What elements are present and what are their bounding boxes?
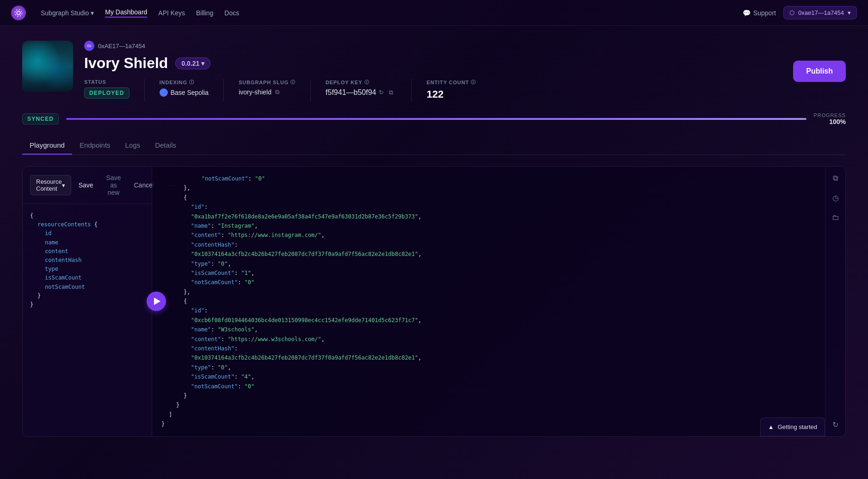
deploy-key-value-row: f5f941—b50f94 ↻ ⧉: [326, 88, 396, 97]
copy-slug-icon[interactable]: ⧉: [275, 88, 283, 96]
slug-label: SUBGRAPH SLUG ⓘ: [239, 79, 295, 86]
nav-docs[interactable]: Docs: [224, 9, 239, 17]
progress-label: PROGRESS 100%: [814, 112, 846, 125]
subgraph-info: 0x 0xAE17—1a7454 Ivory Shield 0.0.21 ▾ S…: [84, 41, 782, 101]
info-icon-2: ⓘ: [290, 79, 295, 86]
folder-icon[interactable]: 🗀: [832, 213, 839, 222]
indexing-item: INDEXING ⓘ Base Sepolia: [160, 79, 209, 97]
getting-started-chevron-icon: ▲: [768, 423, 774, 430]
progress-bar-fill: [66, 118, 806, 120]
page-title: Ivory Shield: [84, 55, 168, 72]
right-panel: "notScamCount": "0" }, { "id": "0xa1baf7…: [152, 167, 845, 436]
subgraph-header: 0x 0xAE17—1a7454 Ivory Shield 0.0.21 ▾ S…: [22, 41, 846, 101]
nav-api-keys[interactable]: API Keys: [158, 9, 185, 17]
side-icons-panel: ⧉ ◷ 🗀 ↻: [825, 167, 845, 436]
playground-area: Resource Content ▾ Save Save as new Canc…: [22, 166, 846, 437]
dropdown-chevron-icon: ▾: [62, 182, 65, 189]
status-label: STATUS: [84, 79, 129, 85]
progress-section: SYNCED PROGRESS 100%: [22, 112, 846, 125]
result-content[interactable]: "notScamCount": "0" }, { "id": "0xa1baf7…: [152, 167, 845, 436]
progress-bar: [66, 118, 806, 120]
slug-value: ivory-shield ⧉: [239, 88, 295, 96]
save-button[interactable]: Save: [75, 180, 97, 191]
nav-links: Subgraph Studio ▾ My Dashboard API Keys …: [41, 8, 239, 18]
entity-count-value: 122: [426, 88, 476, 100]
navbar: Subgraph Studio ▾ My Dashboard API Keys …: [0, 0, 868, 26]
copy-icon[interactable]: ⧉: [833, 174, 838, 182]
meta-divider-4: [411, 79, 412, 101]
synced-badge: SYNCED: [22, 113, 59, 124]
nav-subgraph-studio[interactable]: Subgraph Studio ▾: [41, 9, 94, 17]
resource-content-dropdown[interactable]: Resource Content ▾: [30, 175, 71, 195]
subgraph-image-visual: [22, 41, 73, 92]
info-icon-4: ⓘ: [471, 79, 476, 86]
svg-point-0: [17, 11, 20, 15]
nav-billing[interactable]: Billing: [196, 9, 213, 17]
meta-divider-3: [310, 79, 311, 101]
tab-details[interactable]: Details: [148, 137, 184, 155]
nav-left: Subgraph Studio ▾ My Dashboard API Keys …: [11, 6, 239, 20]
save-as-new-button[interactable]: Save as new: [103, 172, 125, 198]
query-editor[interactable]: { resourceContents { id name content con…: [23, 204, 152, 436]
network-badge: Base Sepolia: [160, 88, 209, 97]
slug-item: SUBGRAPH SLUG ⓘ ivory-shield ⧉: [239, 79, 295, 96]
support-icon: 💬: [743, 9, 751, 17]
subgraph-owner: 0x 0xAE17—1a7454: [84, 41, 782, 51]
version-selector[interactable]: 0.0.21 ▾: [175, 57, 210, 69]
nav-my-dashboard[interactable]: My Dashboard: [105, 8, 147, 18]
svg-point-1: [15, 9, 22, 16]
refresh-deploy-key-icon[interactable]: ↻: [379, 89, 386, 96]
entity-count-label: ENTITY COUNT ⓘ: [426, 79, 476, 86]
status-item: STATUS DEPLOYED: [84, 79, 129, 99]
wallet-icon: ⬡: [789, 9, 794, 16]
deploy-key-label: DEPLOY KEY ⓘ: [326, 79, 396, 86]
nav-right: 💬 Support ⬡ 0xae17—1a7454 ▾: [743, 6, 857, 19]
play-button[interactable]: [147, 292, 166, 311]
support-button[interactable]: 💬 Support: [743, 9, 776, 17]
copy-deploy-key-icon[interactable]: ⧉: [389, 89, 396, 96]
meta-divider-1: [144, 79, 145, 101]
wallet-button[interactable]: ⬡ 0xae17—1a7454 ▾: [783, 6, 857, 19]
tab-endpoints[interactable]: Endpoints: [72, 137, 118, 155]
info-icon: ⓘ: [189, 79, 194, 86]
left-panel: Resource Content ▾ Save Save as new Canc…: [23, 167, 152, 436]
history-icon[interactable]: ◷: [832, 193, 839, 202]
deploy-key-item: DEPLOY KEY ⓘ f5f941—b50f94 ↻ ⧉: [326, 79, 396, 97]
tab-logs[interactable]: Logs: [118, 137, 148, 155]
entity-count-item: ENTITY COUNT ⓘ 122: [426, 79, 476, 100]
getting-started-label: Getting started: [778, 423, 817, 430]
getting-started-panel[interactable]: ▲ Getting started: [760, 417, 825, 436]
avatar: 0x: [84, 41, 94, 51]
progress-title: PROGRESS: [814, 112, 846, 118]
network-dot-icon: [160, 88, 168, 97]
owner-address: 0xAE17—1a7454: [98, 43, 145, 50]
panel-toolbar: Resource Content ▾ Save Save as new Canc…: [23, 167, 152, 204]
status-badge: DEPLOYED: [84, 87, 129, 99]
logo-icon[interactable]: [11, 6, 26, 20]
wallet-chevron-icon: ▾: [848, 9, 851, 16]
subgraph-title-row: Ivory Shield 0.0.21 ▾: [84, 55, 782, 72]
progress-percent: 100%: [829, 118, 846, 125]
tab-playground[interactable]: Playground: [22, 137, 72, 155]
indexing-label: INDEXING ⓘ: [160, 79, 209, 86]
subgraph-image: [22, 41, 73, 92]
info-icon-3: ⓘ: [364, 79, 369, 86]
play-icon: [154, 298, 160, 305]
meta-row: STATUS DEPLOYED INDEXING ⓘ Base Sepolia: [84, 79, 782, 101]
refresh-icon[interactable]: ↻: [832, 420, 838, 429]
publish-button[interactable]: Publish: [793, 61, 846, 82]
version-chevron-icon: ▾: [201, 60, 204, 67]
main-content: 0x 0xAE17—1a7454 Ivory Shield 0.0.21 ▾ S…: [0, 26, 868, 452]
meta-divider-2: [223, 79, 224, 101]
tabs: Playground Endpoints Logs Details: [22, 137, 846, 155]
chevron-down-icon: ▾: [91, 9, 94, 17]
